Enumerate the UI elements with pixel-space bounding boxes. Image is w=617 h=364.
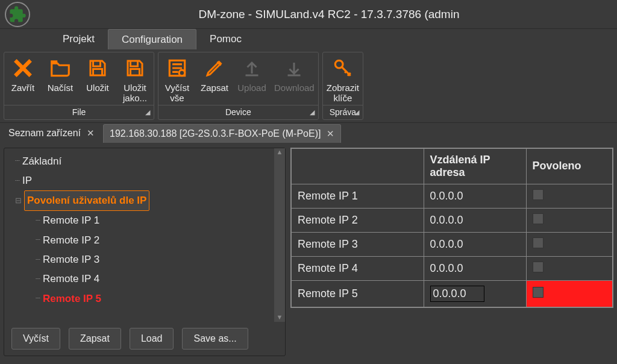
show-keys-button[interactable]: Zobrazit klíče	[323, 52, 363, 105]
menu-configuration[interactable]: Configuration	[108, 29, 196, 49]
ribbon-footer-device: Device ◢	[158, 105, 318, 119]
tab-device-list[interactable]: Seznam zařízení ✕	[2, 124, 101, 142]
tree-node-ip[interactable]: ┄IP	[7, 171, 272, 190]
save-icon	[86, 56, 110, 80]
ribbon-group-file: Zavřít Načíst Uložit Uložit jako...	[4, 52, 154, 120]
checkbox-icon[interactable]	[533, 189, 543, 200]
window-title: DM-zone - SIMULand.v4 RC2 - 17.3.7.3786 …	[41, 8, 617, 21]
pencil-icon	[202, 56, 227, 80]
download-icon	[282, 56, 306, 80]
menu-projekt[interactable]: Projekt	[49, 29, 108, 49]
svg-point-2	[335, 60, 343, 68]
row-ip[interactable]: 0.0.0.0	[424, 280, 526, 307]
table-row[interactable]: Remote IP 4 0.0.0.0	[291, 256, 613, 280]
table-row[interactable]: Remote IP 3 0.0.0.0	[291, 232, 613, 256]
scroll-up-icon[interactable]: ▲	[277, 148, 283, 157]
col-name-header	[291, 148, 424, 184]
row-ip[interactable]: 0.0.0.0	[424, 208, 526, 232]
row-name: Remote IP 1	[291, 184, 424, 208]
ribbon-footer-file: File ◢	[4, 105, 154, 119]
tree-node-remote-ip-4[interactable]: ┄Remote IP 4	[7, 269, 272, 289]
ribbon: Zavřít Načíst Uložit Uložit jako...	[0, 49, 617, 122]
folder-open-icon	[48, 56, 72, 80]
titlebar: DM-zone - SIMULand.v4 RC2 - 17.3.7.3786 …	[0, 0, 617, 29]
close-tab-icon[interactable]: ✕	[327, 128, 334, 139]
tree-scrollbar[interactable]: ▲ ▼	[274, 148, 285, 322]
download-button: Download	[271, 52, 318, 105]
ribbon-footer-sprava: Správa ◢	[323, 105, 363, 119]
table-row[interactable]: Remote IP 1 0.0.0.0	[291, 184, 613, 208]
expand-icon[interactable]: ◢	[354, 108, 359, 116]
config-tree[interactable]: ┄Základní ┄IP ⊟Povolení uživatelů dle IP…	[4, 148, 274, 322]
left-button-row: Vyčíst Zapsat Load Save as...	[4, 322, 285, 356]
ribbon-group-sprava: Zobrazit klíče Správa ◢	[322, 52, 363, 120]
expand-icon[interactable]: ◢	[145, 108, 150, 116]
row-ip[interactable]: 0.0.0.0	[424, 184, 526, 208]
col-ip-header: Vzdálená IP adresa	[424, 148, 526, 184]
save-as-button-bottom[interactable]: Save as...	[182, 328, 248, 350]
write-button[interactable]: Zapsat	[196, 52, 233, 105]
table-header-row: Vzdálená IP adresa Povoleno	[291, 148, 613, 184]
row-name: Remote IP 2	[291, 208, 424, 232]
close-icon	[11, 56, 35, 80]
read-all-icon	[165, 56, 189, 80]
tree-node-remote-ip-5[interactable]: ┄Remote IP 5	[7, 289, 272, 309]
checkbox-icon[interactable]	[533, 237, 543, 248]
key-icon	[331, 56, 355, 80]
checkbox-icon[interactable]	[533, 262, 543, 272]
app-logo	[5, 2, 30, 27]
row-enabled[interactable]	[526, 208, 613, 232]
menubar: Projekt Configuration Pomoc	[0, 29, 617, 49]
save-as-button[interactable]: Uložit jako...	[116, 52, 154, 105]
right-pane: Vzdálená IP adresa Povoleno Remote IP 1 …	[290, 148, 613, 356]
row-ip[interactable]: 0.0.0.0	[424, 232, 526, 256]
svg-point-1	[179, 70, 185, 76]
row-ip[interactable]: 0.0.0.0	[424, 256, 526, 280]
row-name: Remote IP 5	[291, 280, 424, 307]
col-enabled-header: Povoleno	[526, 148, 613, 184]
read-button[interactable]: Vyčíst	[11, 328, 60, 350]
tree-node-povoleni[interactable]: ⊟Povolení uživatelů dle IP	[7, 190, 272, 211]
row-enabled[interactable]	[526, 232, 613, 256]
row-enabled[interactable]	[526, 280, 613, 307]
row-name: Remote IP 3	[291, 232, 424, 256]
table-row[interactable]: Remote IP 2 0.0.0.0	[291, 208, 613, 232]
upload-button: Upload	[233, 52, 271, 105]
puzzle-icon	[8, 5, 27, 24]
ip-edit-input[interactable]: 0.0.0.0	[430, 286, 484, 302]
tree-node-remote-ip-2[interactable]: ┄Remote IP 2	[7, 231, 272, 250]
close-tab-icon[interactable]: ✕	[87, 128, 95, 139]
tab-device-ip[interactable]: 192.168.30.188 [2G-2S.0.3.F-BOX-PoE (M-P…	[103, 124, 341, 143]
tree-node-remote-ip-3[interactable]: ┄Remote IP 3	[7, 250, 272, 269]
row-enabled[interactable]	[526, 256, 613, 280]
load-button-bottom[interactable]: Load	[130, 328, 174, 350]
menu-pomoc[interactable]: Pomoc	[196, 29, 255, 49]
row-enabled[interactable]	[526, 184, 613, 208]
main-area: ┄Základní ┄IP ⊟Povolení uživatelů dle IP…	[0, 144, 617, 360]
document-tabs: Seznam zařízení ✕ 192.168.30.188 [2G-2S.…	[0, 122, 617, 144]
write-button-bottom[interactable]: Zapsat	[69, 328, 121, 350]
close-button[interactable]: Zavřít	[4, 52, 42, 105]
save-button[interactable]: Uložit	[79, 52, 116, 105]
read-all-button[interactable]: Vyčíst vše	[158, 52, 196, 105]
save-as-icon	[123, 56, 147, 80]
load-button[interactable]: Načíst	[42, 52, 79, 105]
scroll-down-icon[interactable]: ▼	[277, 313, 283, 322]
upload-icon	[240, 56, 264, 80]
checkbox-icon[interactable]	[533, 287, 543, 298]
expand-icon[interactable]: ◢	[310, 108, 315, 116]
tree-node-zakladni[interactable]: ┄Základní	[7, 152, 272, 171]
remote-ip-table: Vzdálená IP adresa Povoleno Remote IP 1 …	[290, 148, 613, 308]
tree-node-remote-ip-1[interactable]: ┄Remote IP 1	[7, 211, 272, 230]
table-row[interactable]: Remote IP 5 0.0.0.0	[291, 280, 613, 307]
left-pane: ┄Základní ┄IP ⊟Povolení uživatelů dle IP…	[4, 148, 286, 356]
ribbon-group-device: Vyčíst vše Zapsat Upload Download	[158, 52, 319, 120]
checkbox-icon[interactable]	[533, 213, 543, 224]
row-name: Remote IP 4	[291, 256, 424, 280]
